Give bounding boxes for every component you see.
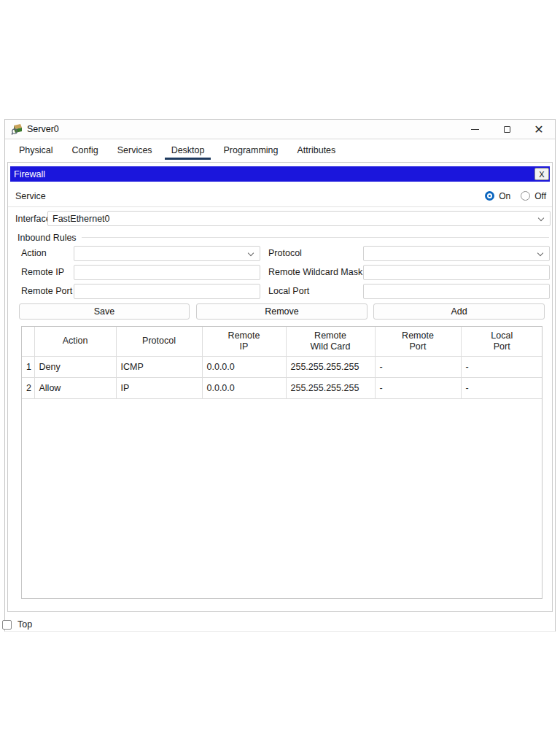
save-button[interactable]: Save — [19, 303, 190, 320]
table-header-row: Action Protocol Remote IP Remote Wild Ca… — [22, 327, 542, 356]
action-label: Action — [21, 246, 47, 261]
window-titlebar: Server0 ✕ — [5, 120, 555, 139]
firewall-app-title: Firewall — [14, 169, 45, 179]
header-local-port: Local Port — [461, 327, 542, 356]
rules-table: Action Protocol Remote IP Remote Wild Ca… — [22, 327, 542, 399]
cell-remote-ip: 0.0.0.0 — [202, 356, 286, 377]
cell-local-port: - — [461, 356, 542, 377]
local-port-label: Local Port — [268, 284, 309, 299]
server0-window: Server0 ✕ Physical Config Services Deskt… — [4, 119, 556, 632]
window-title: Server0 — [27, 124, 59, 134]
local-port-input[interactable] — [363, 284, 550, 299]
tab-config[interactable]: Config — [63, 141, 108, 161]
header-rownum — [22, 327, 34, 356]
firewall-app-titlebar: Firewall X — [10, 166, 550, 182]
page: Server0 ✕ Physical Config Services Deskt… — [0, 0, 560, 747]
chevron-down-icon — [538, 215, 544, 221]
cell-remote-wild-card: 255.255.255.255 — [286, 356, 375, 377]
radio-dot — [489, 195, 491, 197]
cell-action: Allow — [34, 377, 116, 398]
firewall-close-button[interactable]: X — [534, 168, 549, 180]
cell-remote-wild-card: 255.255.255.255 — [286, 377, 375, 398]
radio-inner — [487, 193, 492, 198]
chevron-down-icon — [537, 250, 543, 256]
cell-remote-port: - — [375, 356, 461, 377]
packet-tracer-device-icon — [11, 123, 23, 135]
group-border-line — [82, 237, 549, 238]
interface-row: Interface FastEthernet0 — [8, 209, 552, 228]
maximize-icon — [504, 126, 510, 133]
add-button[interactable]: Add — [373, 303, 545, 320]
chevron-down-icon — [248, 250, 254, 256]
service-off-radio[interactable] — [521, 191, 530, 201]
protocol-select[interactable] — [363, 246, 550, 261]
minimize-button[interactable] — [459, 120, 491, 139]
top-checkbox-row: Top — [2, 617, 32, 632]
maximize-button[interactable] — [491, 120, 523, 139]
remote-ip-input[interactable] — [74, 265, 260, 280]
top-checkbox[interactable] — [2, 620, 12, 630]
protocol-label: Protocol — [268, 246, 302, 261]
service-on-label: On — [499, 191, 510, 201]
inbound-rules-label: Inbound Rules — [18, 233, 77, 243]
service-on-radio[interactable] — [485, 191, 494, 201]
tab-programming[interactable]: Programming — [214, 141, 287, 161]
desktop-content-frame: Firewall X Service On Off Interface Fast… — [7, 162, 553, 612]
cell-action: Deny — [34, 356, 116, 377]
cell-remote-port: - — [375, 377, 461, 398]
service-off-label: Off — [534, 191, 546, 201]
table-row[interactable]: 2 Allow IP 0.0.0.0 255.255.255.255 - - — [22, 377, 542, 398]
cell-protocol: ICMP — [116, 356, 202, 377]
interface-label: Interface — [15, 214, 47, 224]
inbound-rules-group: Inbound Rules — [18, 232, 549, 243]
remote-port-label: Remote Port — [21, 284, 72, 299]
remote-wildcard-mask-label: Remote Wildcard Mask — [268, 265, 362, 280]
rules-table-container: Action Protocol Remote IP Remote Wild Ca… — [21, 326, 542, 599]
remote-ip-label: Remote IP — [21, 265, 64, 280]
service-row: Service On Off — [8, 185, 552, 207]
tab-services[interactable]: Services — [108, 141, 162, 161]
window-controls: ✕ — [459, 120, 555, 139]
interface-selected-value: FastEthernet0 — [52, 214, 110, 224]
action-select[interactable] — [74, 246, 260, 261]
remove-button[interactable]: Remove — [196, 303, 368, 320]
header-remote-ip: Remote IP — [202, 327, 286, 356]
header-protocol: Protocol — [116, 327, 202, 356]
header-remote-wild-card: Remote Wild Card — [286, 327, 375, 356]
cell-protocol: IP — [116, 377, 202, 398]
tab-bar: Physical Config Services Desktop Program… — [5, 139, 555, 161]
service-radio-group: On Off — [485, 191, 548, 201]
remote-port-input[interactable] — [74, 284, 260, 299]
header-action: Action — [34, 327, 116, 356]
tab-desktop[interactable]: Desktop — [162, 141, 214, 161]
cell-rownum: 2 — [22, 377, 34, 398]
tab-physical[interactable]: Physical — [9, 141, 63, 161]
tab-attributes[interactable]: Attributes — [288, 141, 346, 161]
cell-remote-ip: 0.0.0.0 — [202, 377, 286, 398]
interface-select[interactable]: FastEthernet0 — [47, 211, 551, 226]
cell-local-port: - — [461, 377, 542, 398]
close-button[interactable]: ✕ — [523, 120, 555, 139]
service-label: Service — [15, 191, 46, 201]
minimize-icon — [471, 129, 479, 130]
remote-wildcard-mask-input[interactable] — [363, 265, 550, 280]
table-row[interactable]: 1 Deny ICMP 0.0.0.0 255.255.255.255 - - — [22, 356, 542, 377]
header-remote-port: Remote Port — [375, 327, 461, 356]
cell-rownum: 1 — [22, 356, 34, 377]
top-checkbox-label: Top — [18, 619, 32, 630]
